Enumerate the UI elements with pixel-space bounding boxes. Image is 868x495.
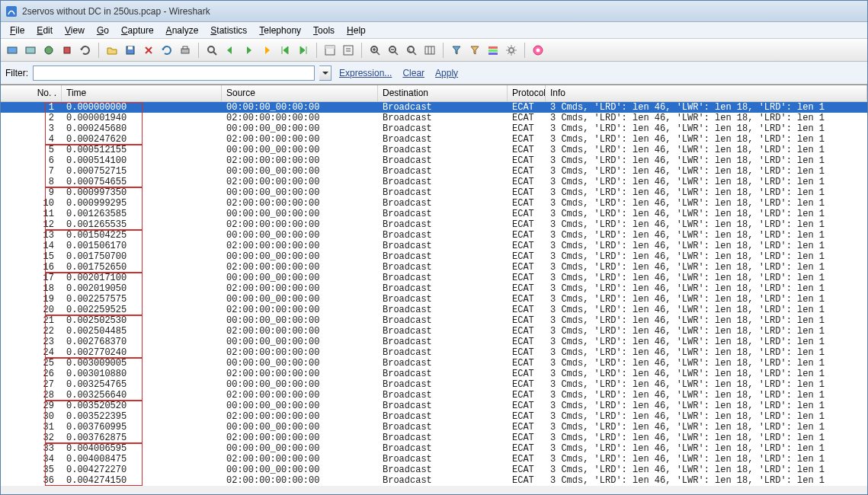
column-header-source[interactable]: Source <box>222 85 378 101</box>
cell-no: 23 <box>1 337 62 347</box>
packet-row[interactable]: 140.00150617002:00:00:00:00:00BroadcastE… <box>1 241 867 251</box>
go-to-icon[interactable] <box>258 42 275 59</box>
packet-row[interactable]: 210.00250253000:00:00_00:00:00BroadcastE… <box>1 315 867 326</box>
filter-dropdown-icon[interactable] <box>319 65 332 81</box>
packet-row[interactable]: 360.00427415002:00:00:00:00:00BroadcastE… <box>1 475 867 486</box>
zoom-in-icon[interactable] <box>367 42 383 59</box>
packet-row[interactable]: 30.00024568000:00:00_00:00:00BroadcastEC… <box>1 123 867 134</box>
find-icon[interactable] <box>203 42 220 59</box>
packet-row[interactable]: 270.00325476500:00:00_00:00:00BroadcastE… <box>1 379 867 390</box>
packet-row[interactable]: 100.00099929502:00:00:00:00:00BroadcastE… <box>1 198 867 209</box>
capture-filters-icon[interactable] <box>448 42 465 59</box>
menu-analyze[interactable]: Analyze <box>160 24 205 37</box>
cell-protocol: ECAT <box>508 187 546 198</box>
apply-button[interactable]: Apply <box>432 68 461 78</box>
packet-row[interactable]: 290.00352052000:00:00_00:00:00BroadcastE… <box>1 401 867 411</box>
stop-capture-icon[interactable] <box>59 42 75 59</box>
close-icon[interactable] <box>140 42 157 59</box>
svg-rect-7 <box>181 49 189 53</box>
column-header-time[interactable]: Time <box>62 85 222 101</box>
menu-edit[interactable]: Edit <box>30 24 59 37</box>
clear-button[interactable]: Clear <box>399 68 428 78</box>
open-icon[interactable] <box>104 42 120 59</box>
cell-source: 00:00:00_00:00:00 <box>222 337 378 347</box>
packet-row[interactable]: 260.00301088002:00:00:00:00:00BroadcastE… <box>1 369 867 379</box>
options-icon[interactable] <box>22 42 39 59</box>
column-header-no[interactable]: No. . <box>1 85 62 101</box>
go-back-icon[interactable] <box>222 42 239 59</box>
packet-row[interactable]: 110.00126358500:00:00_00:00:00BroadcastE… <box>1 209 867 219</box>
packet-row[interactable]: 40.00024762002:00:00:00:00:00BroadcastEC… <box>1 134 867 145</box>
column-header-info[interactable]: Info <box>546 85 867 101</box>
restart-capture-icon[interactable] <box>77 42 94 59</box>
packet-list-body[interactable]: 10.00000000000:00:00_00:00:00BroadcastEC… <box>1 102 867 486</box>
packet-row[interactable]: 90.00099735000:00:00_00:00:00BroadcastEC… <box>1 187 867 198</box>
packet-row[interactable]: 230.00276837000:00:00_00:00:00BroadcastE… <box>1 337 867 347</box>
cell-destination: Broadcast <box>378 390 508 401</box>
cell-time: 0.001504225 <box>62 230 222 241</box>
packet-row[interactable]: 200.00225952502:00:00:00:00:00BroadcastE… <box>1 305 867 315</box>
save-icon[interactable] <box>122 42 139 59</box>
filter-input[interactable] <box>33 65 315 81</box>
interfaces-icon[interactable] <box>4 42 21 59</box>
cell-source: 02:00:00:00:00:00 <box>222 390 378 401</box>
cell-no: 12 <box>1 219 62 230</box>
display-filters-icon[interactable] <box>466 42 483 59</box>
menu-tools[interactable]: Tools <box>307 24 341 37</box>
cell-no: 15 <box>1 251 62 262</box>
packet-row[interactable]: 220.00250448502:00:00:00:00:00BroadcastE… <box>1 326 867 337</box>
start-capture-icon[interactable] <box>40 42 57 59</box>
packet-row[interactable]: 190.00225757500:00:00_00:00:00BroadcastE… <box>1 294 867 305</box>
packet-row[interactable]: 300.00352239502:00:00:00:00:00BroadcastE… <box>1 411 867 422</box>
menu-go[interactable]: Go <box>91 24 115 37</box>
menu-telephony[interactable]: Telephony <box>253 24 307 37</box>
zoom-reset-icon[interactable]: 1 <box>403 42 420 59</box>
packet-row[interactable]: 160.00175265002:00:00:00:00:00BroadcastE… <box>1 262 867 273</box>
menu-capture[interactable]: Capture <box>115 24 160 37</box>
menu-help[interactable]: Help <box>341 24 372 37</box>
packet-row[interactable]: 150.00175070000:00:00_00:00:00BroadcastE… <box>1 251 867 262</box>
help-icon[interactable] <box>530 42 546 59</box>
zoom-out-icon[interactable] <box>385 42 402 59</box>
packet-row[interactable]: 120.00126553502:00:00:00:00:00BroadcastE… <box>1 219 867 230</box>
cell-destination: Broadcast <box>378 241 508 251</box>
packet-row[interactable]: 340.00400847502:00:00:00:00:00BroadcastE… <box>1 454 867 465</box>
menu-statistics[interactable]: Statistics <box>204 24 253 37</box>
go-first-icon[interactable] <box>277 42 293 59</box>
packet-row[interactable]: 80.00075465502:00:00:00:00:00BroadcastEC… <box>1 177 867 187</box>
packet-row[interactable]: 330.00400659500:00:00_00:00:00BroadcastE… <box>1 443 867 454</box>
column-header-protocol[interactable]: Protocol <box>508 85 546 101</box>
packet-row[interactable]: 20.00000194002:00:00:00:00:00BroadcastEC… <box>1 113 867 123</box>
coloring-rules-icon[interactable] <box>485 42 501 59</box>
packet-row[interactable]: 130.00150422500:00:00_00:00:00BroadcastE… <box>1 230 867 241</box>
cell-no: 6 <box>1 155 62 166</box>
packet-row[interactable]: 60.00051410002:00:00:00:00:00BroadcastEC… <box>1 155 867 166</box>
menu-view[interactable]: View <box>59 24 91 37</box>
menu-file[interactable]: File <box>4 24 30 37</box>
expression-button[interactable]: Expression... <box>336 68 395 78</box>
toolbar-separator <box>98 43 99 58</box>
colorize-icon[interactable] <box>322 42 338 59</box>
svg-rect-12 <box>344 46 353 55</box>
auto-scroll-icon[interactable] <box>340 42 357 59</box>
packet-row[interactable]: 50.00051215500:00:00_00:00:00BroadcastEC… <box>1 145 867 155</box>
packet-row[interactable]: 70.00075271500:00:00_00:00:00BroadcastEC… <box>1 166 867 177</box>
packet-row[interactable]: 10.00000000000:00:00_00:00:00BroadcastEC… <box>1 102 867 113</box>
packet-row[interactable]: 320.00376287502:00:00:00:00:00BroadcastE… <box>1 433 867 443</box>
packet-row[interactable]: 310.00376099500:00:00_00:00:00BroadcastE… <box>1 422 867 433</box>
go-forward-icon[interactable] <box>240 42 257 59</box>
go-last-icon[interactable] <box>295 42 312 59</box>
packet-row[interactable]: 240.00277024002:00:00:00:00:00BroadcastE… <box>1 347 867 358</box>
print-icon[interactable] <box>177 42 194 59</box>
packet-row[interactable]: 250.00300900500:00:00_00:00:00BroadcastE… <box>1 358 867 369</box>
packet-row[interactable]: 180.00201905002:00:00:00:00:00BroadcastE… <box>1 283 867 294</box>
preferences-icon[interactable] <box>503 42 520 59</box>
cell-info: 3 Cmds, 'LRD': len 46, 'LWR': len 18, 'L… <box>546 251 867 262</box>
packet-row[interactable]: 170.00201710000:00:00_00:00:00BroadcastE… <box>1 273 867 283</box>
column-header-destination[interactable]: Destination <box>378 85 508 101</box>
resize-columns-icon[interactable] <box>421 42 438 59</box>
cell-destination: Broadcast <box>378 411 508 422</box>
packet-row[interactable]: 280.00325664002:00:00:00:00:00BroadcastE… <box>1 390 867 401</box>
reload-icon[interactable] <box>159 42 175 59</box>
packet-row[interactable]: 350.00427227000:00:00_00:00:00BroadcastE… <box>1 465 867 475</box>
